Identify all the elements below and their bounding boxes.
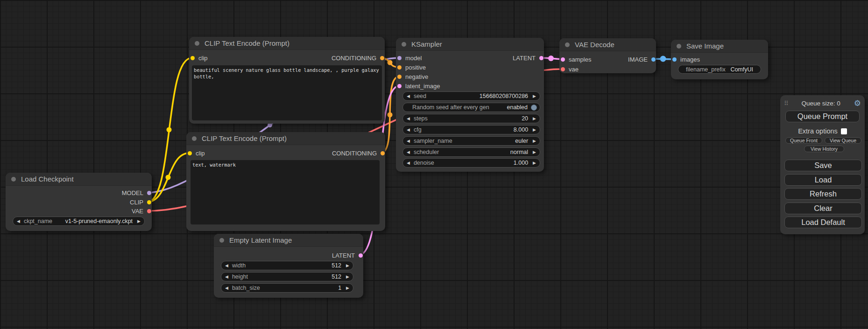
image-output-port[interactable] (651, 57, 656, 62)
collapse-dot-icon[interactable] (565, 42, 570, 47)
node-title-bar[interactable]: CLIP Text Encode (Prompt) (186, 132, 385, 145)
conditioning-output-port[interactable] (380, 56, 384, 60)
increment-arrow-icon[interactable]: ▶ (346, 274, 349, 279)
node-title-bar[interactable]: Load Checkpoint (6, 173, 152, 186)
node-clip-text-encode-negative[interactable]: CLIP Text Encode (Prompt) clip CONDITION… (186, 132, 385, 231)
port-label: CLIP (130, 199, 143, 206)
collapse-dot-icon[interactable] (219, 238, 224, 243)
latent-image-input-port[interactable] (397, 84, 402, 88)
clip-output-port[interactable] (147, 200, 151, 204)
toggle-knob-icon[interactable] (531, 105, 537, 111)
collapse-dot-icon[interactable] (677, 44, 681, 49)
decrement-arrow-icon[interactable]: ◀ (225, 263, 228, 268)
positive-input-port[interactable] (397, 65, 402, 70)
width-widget[interactable]: ◀ width 512 ▶ (221, 261, 353, 270)
queue-front-button[interactable]: Queue Front (785, 137, 822, 144)
samples-input-port[interactable] (561, 57, 565, 62)
negative-input-port[interactable] (397, 75, 402, 79)
decrement-arrow-icon[interactable]: ◀ (407, 150, 410, 154)
view-history-button[interactable]: View History (804, 146, 844, 152)
steps-widget[interactable]: ◀ steps 20 ▶ (402, 114, 540, 123)
increment-arrow-icon[interactable]: ▶ (533, 161, 536, 165)
extra-options-checkbox[interactable] (841, 128, 847, 134)
decrement-arrow-icon[interactable]: ◀ (225, 274, 228, 279)
widget-label: filename_prefix (686, 66, 726, 73)
increment-arrow-icon[interactable]: ▶ (346, 263, 349, 268)
refresh-button[interactable]: Refresh (784, 188, 862, 200)
increment-arrow-icon[interactable]: ▶ (533, 150, 536, 154)
port-label: LATENT (513, 55, 536, 62)
input-positive: positive (396, 63, 426, 72)
decrement-arrow-icon[interactable]: ◀ (225, 286, 228, 290)
conditioning-output-port[interactable] (381, 151, 385, 155)
denoise-widget[interactable]: ◀ denoise 1.000 ▶ (402, 158, 540, 168)
port-label: images (680, 56, 700, 63)
save-button[interactable]: Save (784, 160, 862, 171)
widget-value: 512 (332, 273, 341, 280)
ckpt-name-widget[interactable]: ◀ ckpt_name v1-5-pruned-emaonly.ckpt ▶ (13, 217, 145, 226)
decrement-arrow-icon[interactable]: ◀ (407, 116, 410, 121)
height-widget[interactable]: ◀ height 512 ▶ (221, 272, 353, 281)
queue-prompt-button[interactable]: Queue Prompt (785, 111, 860, 122)
node-title-bar[interactable]: KSampler (396, 38, 544, 51)
decrement-arrow-icon[interactable]: ◀ (407, 139, 410, 143)
increment-arrow-icon[interactable]: ▶ (346, 286, 349, 290)
widget-label: batch_size (232, 285, 260, 291)
output-latent: LATENT (513, 53, 544, 63)
drag-handle-icon[interactable]: ⠿ (784, 100, 788, 107)
decrement-arrow-icon[interactable]: ◀ (407, 94, 410, 98)
view-queue-button[interactable]: View Queue (825, 137, 861, 144)
collapse-dot-icon[interactable] (11, 177, 16, 182)
collapse-dot-icon[interactable] (192, 136, 197, 141)
model-input-port[interactable] (397, 56, 402, 60)
load-default-button[interactable]: Load Default (784, 217, 862, 228)
cfg-widget[interactable]: ◀ cfg 8.000 ▶ (402, 125, 540, 134)
node-ksampler[interactable]: KSampler model positive negative latent_… (396, 38, 544, 172)
random-seed-toggle-widget[interactable]: Random seed after every gen enabled (402, 103, 540, 112)
port-label: latent_image (405, 83, 440, 90)
node-clip-text-encode-positive[interactable]: CLIP Text Encode (Prompt) clip CONDITION… (189, 37, 385, 124)
collapse-dot-icon[interactable] (402, 42, 406, 47)
port-label: positive (405, 64, 426, 71)
load-button[interactable]: Load (784, 174, 862, 186)
node-title-bar[interactable]: Empty Latent Image (214, 234, 363, 247)
node-empty-latent-image[interactable]: Empty Latent Image LATENT ◀ width 512 ▶ … (214, 234, 363, 298)
clip-input-port[interactable] (188, 151, 192, 155)
decrement-arrow-icon[interactable]: ◀ (17, 219, 20, 224)
scheduler-widget[interactable]: ◀ scheduler normal ▶ (402, 147, 540, 157)
node-title-bar[interactable]: CLIP Text Encode (Prompt) (189, 37, 385, 50)
collapse-dot-icon[interactable] (195, 41, 199, 46)
node-graph-canvas[interactable]: Load Checkpoint MODEL CLIP VAE ◀ ckpt_na… (0, 0, 868, 329)
link-midpoint-dot (660, 56, 666, 62)
vae-input-port[interactable] (561, 67, 565, 71)
sampler-name-widget[interactable]: ◀ sampler_name euler ▶ (402, 136, 540, 146)
node-title-bar[interactable]: VAE Decode (559, 38, 656, 51)
prompt-textarea[interactable]: text, watermark (191, 160, 380, 224)
images-input-port[interactable] (672, 57, 677, 62)
queue-menu-panel: ⠿ Queue size: 0 ⚙ Queue Prompt Extra opt… (780, 95, 865, 234)
seed-widget[interactable]: ◀ seed 156680208700286 ▶ (402, 91, 540, 101)
decrement-arrow-icon[interactable]: ◀ (407, 127, 410, 132)
decrement-arrow-icon[interactable]: ◀ (407, 161, 410, 165)
increment-arrow-icon[interactable]: ▶ (533, 127, 536, 132)
output-conditioning: CONDITIONING (332, 148, 385, 158)
vae-output-port[interactable] (147, 209, 151, 213)
node-vae-decode[interactable]: VAE Decode samples vae IMAGE (559, 38, 656, 73)
model-output-port[interactable] (147, 191, 151, 195)
link-midpoint-dot (388, 60, 393, 65)
settings-gear-icon[interactable]: ⚙ (854, 99, 861, 107)
node-load-checkpoint[interactable]: Load Checkpoint MODEL CLIP VAE ◀ ckpt_na… (6, 173, 152, 231)
latent-output-port[interactable] (359, 253, 363, 258)
latent-output-port[interactable] (539, 56, 543, 60)
increment-arrow-icon[interactable]: ▶ (533, 139, 536, 143)
increment-arrow-icon[interactable]: ▶ (533, 116, 536, 121)
node-save-image[interactable]: Save Image images filename_prefix ComfyU… (671, 40, 768, 79)
clip-input-port[interactable] (191, 56, 195, 60)
clear-button[interactable]: Clear (784, 203, 862, 214)
prompt-textarea[interactable]: beautiful scenery nature glass bottle la… (192, 65, 382, 120)
increment-arrow-icon[interactable]: ▶ (533, 94, 536, 98)
node-title-bar[interactable]: Save Image (671, 40, 768, 53)
filename-prefix-widget[interactable]: filename_prefix ComfyUI (678, 65, 761, 74)
increment-arrow-icon[interactable]: ▶ (137, 219, 141, 224)
batch-size-widget[interactable]: ◀ batch_size 1 ▶ (221, 283, 353, 293)
